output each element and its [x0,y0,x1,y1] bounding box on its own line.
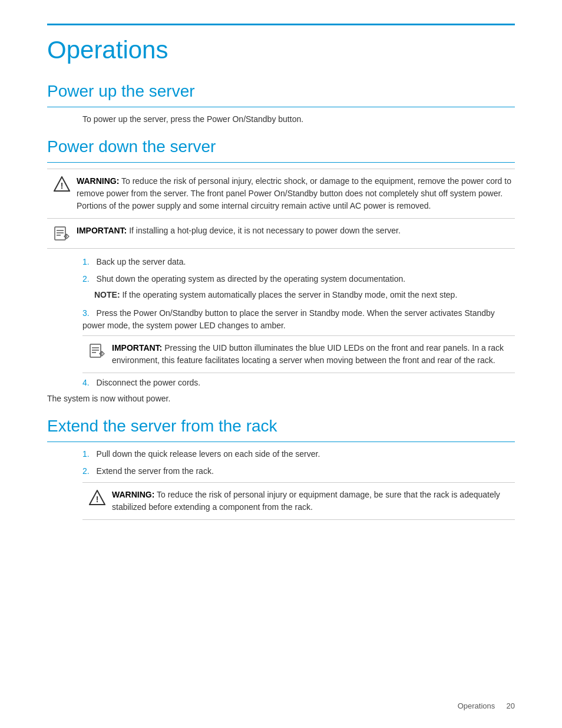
note-step-2: NOTE: If the operating system automatica… [94,289,515,301]
warning-content-1: WARNING: To reduce the risk of personal … [77,175,515,212]
important-notice-2: IMPORTANT: Pressing the UID button illum… [82,335,515,373]
step-1-text: Back up the server data. [97,257,186,266]
svg-rect-7 [90,344,101,357]
step-3-text: Press the Power On/Standby button to pla… [82,308,495,330]
extend-rack-steps: 1. Pull down the quick release levers on… [82,448,515,477]
footer-page-number: 20 [507,701,515,710]
warning-text-extend: To reduce the risk of personal injury or… [112,490,500,512]
power-down-steps-cont: 3. Press the Power On/Standby button to … [82,307,515,332]
important-icon-2 [82,342,112,360]
step-3: 3. Press the Power On/Standby button to … [82,307,515,332]
important-text-1: If installing a hot-plug device, it is n… [129,226,401,235]
page-content: Operations Power up the server To power … [0,0,562,555]
step-4-text: Disconnect the power cords. [97,378,201,387]
extend-step-2-number: 2. [82,466,90,476]
power-down-steps: 1. Back up the server data. 2. Shut down… [82,256,515,285]
power-up-intro: To power up the server, press the Power … [82,113,515,126]
step-1: 1. Back up the server data. [82,256,515,268]
important-content-2: IMPORTANT: Pressing the UID button illum… [112,342,515,367]
warning-notice-extend: ! WARNING: To reduce the risk of persona… [82,482,515,520]
step-2: 2. Shut down the operating system as dir… [82,273,515,285]
extend-step-2: 2. Extend the server from the rack. [82,465,515,477]
power-down-steps-4: 4. Disconnect the power cords. [82,377,515,389]
section-title-power-down: Power down the server [47,137,515,156]
step-4: 4. Disconnect the power cords. [82,377,515,389]
svg-text:!: ! [96,495,99,504]
svg-text:!: ! [61,181,64,190]
step-2-text: Shut down the operating system as direct… [97,274,406,284]
important-label-2: IMPORTANT: [112,343,162,353]
warning-text-1: To reduce the risk of personal injury, e… [77,176,511,210]
section-rule-extend-rack [47,442,515,442]
extend-step-1: 1. Pull down the quick release levers on… [82,448,515,460]
section-rule-power-up [47,107,515,107]
important-content-1: IMPORTANT: If installing a hot-plug devi… [77,225,515,237]
important-text-2: Pressing the UID button illuminates the … [112,343,504,365]
top-rule [47,24,515,25]
step-4-number: 4. [82,378,90,387]
step-3-number: 3. [82,308,90,318]
step-2-number: 2. [82,274,90,284]
page-title: Operations [47,36,515,64]
svg-rect-2 [55,227,65,240]
warning-label-extend: WARNING: [112,490,154,499]
warning-icon-1: ! [47,175,77,192]
footer-label: Operations [458,701,495,710]
warning-notice-1: ! WARNING: To reduce the risk of persona… [47,169,515,219]
power-down-post-text: The system is now without power. [47,393,515,405]
important-notice-1: IMPORTANT: If installing a hot-plug devi… [47,219,515,249]
step-1-number: 1. [82,257,90,266]
section-title-extend-rack: Extend the server from the rack [47,417,515,436]
important-icon-1 [47,225,77,242]
warning-content-extend: WARNING: To reduce the risk of personal … [112,489,515,513]
extend-step-1-text: Pull down the quick release levers on ea… [97,449,320,459]
section-rule-power-down [47,162,515,163]
section-title-power-up: Power up the server [47,82,515,101]
warning-icon-extend: ! [82,489,112,505]
important-label-1: IMPORTANT: [77,226,127,235]
page-footer: Operations 20 [458,701,515,710]
extend-step-1-number: 1. [82,449,90,459]
note-step-2-text: If the operating system automatically pl… [122,290,457,299]
warning-label-1: WARNING: [77,176,119,186]
extend-step-2-text: Extend the server from the rack. [97,466,214,476]
note-step-2-label: NOTE: [94,290,120,299]
